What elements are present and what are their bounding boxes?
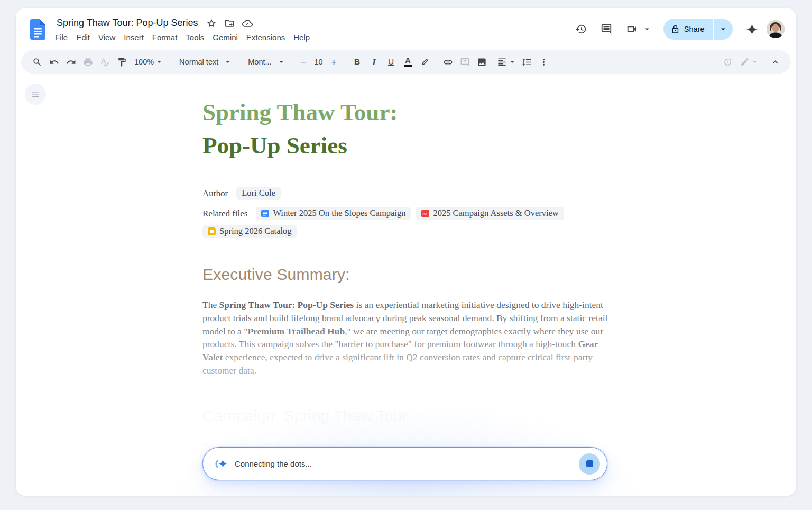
header: Spring Thaw Tour: Pop-Up Series File Edi… [16,8,796,50]
chevron-up-icon [770,57,780,67]
related-file-chip-slides[interactable]: Spring 2026 Catalog [202,225,297,238]
undo-button[interactable] [45,53,62,70]
menu-extensions[interactable]: Extensions [242,31,289,43]
document-outline-button[interactable] [25,84,46,105]
menu-view[interactable]: View [94,31,119,43]
image-icon [477,57,487,67]
plus-icon: + [331,57,337,67]
paragraph-style-value: Normal text [179,58,218,66]
text-color-button[interactable]: A [400,53,417,70]
video-call-caret-icon [642,24,652,34]
font-family-select[interactable]: Mont... [244,53,289,70]
page-content: Spring Thaw Tour: Pop-Up Series Author L… [202,74,612,452]
menu-insert[interactable]: Insert [119,31,148,43]
add-comment-icon [460,57,470,67]
search-menus-button[interactable] [29,53,45,70]
italic-icon: I [372,58,376,67]
underline-icon: U [388,58,394,66]
menu-file[interactable]: File [51,31,72,43]
bold-button[interactable]: B [349,53,366,70]
executive-summary-heading: Executive Summary: [202,266,612,284]
version-history-icon[interactable] [570,19,592,40]
related-file-chip-pdf[interactable]: PDF 2025 Campaign Assets & Overview [416,207,564,220]
editing-mode-select[interactable] [738,53,761,70]
google-docs-logo[interactable] [30,19,45,40]
zoom-select[interactable]: 100% [130,53,168,70]
add-comment-button[interactable] [457,53,474,70]
print-button[interactable] [79,53,96,70]
redo-icon [66,57,76,67]
spell-check-button[interactable] [96,53,113,70]
star-icon[interactable] [205,17,218,30]
redo-button[interactable] [62,53,79,70]
menu-tools[interactable]: Tools [181,31,208,43]
share-button-group: Share [663,19,733,40]
refresh-sparkle-icon [723,57,733,67]
related-files-row: Related files Winter 2025 On the Slopes … [202,207,594,238]
align-left-icon [497,57,507,67]
author-label: Author [202,188,228,199]
share-button[interactable]: Share [663,19,713,40]
campaign-heading-faded: Campaign: Spring Thaw Tour [202,407,612,425]
minus-icon: − [300,57,306,67]
italic-button[interactable]: I [366,53,383,70]
menu-help[interactable]: Help [289,31,314,43]
print-icon [83,57,93,67]
chevron-down-icon [155,58,163,66]
svg-text:PDF: PDF [423,212,428,215]
pencil-icon [740,57,750,67]
related-file-label: 2025 Campaign Assets & Overview [433,208,558,218]
more-toolbar-options-button[interactable] [536,53,552,70]
font-size-value[interactable]: 10 [312,58,326,66]
more-vert-icon [539,57,549,67]
bold-icon: B [354,58,360,66]
insert-image-button[interactable] [474,53,491,70]
related-file-label: Winter 2025 On the Slopes Campaign [273,208,405,218]
chevron-down-icon [508,58,516,66]
lock-icon [671,25,680,34]
doc-heading-title: Spring Thaw Tour: Pop-Up Series [202,96,612,162]
related-file-chip-docs[interactable]: Winter 2025 On the Slopes Campaign [256,207,411,220]
increase-font-size-button[interactable]: + [326,53,343,70]
related-files-label: Related files [202,208,247,219]
menu-format[interactable]: Format [148,31,182,43]
line-spacing-button[interactable] [519,53,536,70]
underline-button[interactable]: U [383,53,400,70]
decrease-font-size-button[interactable]: − [295,53,312,70]
move-folder-icon[interactable] [223,17,236,30]
chevron-down-icon [277,58,285,66]
chevron-down-icon [224,58,232,66]
account-avatar[interactable] [767,20,785,38]
paragraph-style-select[interactable]: Normal text [175,53,236,70]
stop-generating-button[interactable] [579,453,600,475]
comments-icon[interactable] [596,19,617,40]
paint-roller-icon [117,57,127,67]
gemini-sparkle-icon[interactable] [741,19,762,40]
insert-link-button[interactable] [440,53,457,70]
outline-list-icon [31,89,40,99]
spellcheck-icon [100,57,110,67]
menu-gemini[interactable]: Gemini [208,31,242,43]
google-docs-window: Spring Thaw Tour: Pop-Up Series File Edi… [16,8,796,496]
pdf-icon: PDF [421,210,429,217]
document-title[interactable]: Spring Thaw Tour: Pop-Up Series [54,16,200,30]
slides-icon [208,227,216,235]
executive-summary-paragraph: The Spring Thaw Tour: Pop-Up Series is a… [202,298,612,377]
gemini-spinner-icon [214,456,229,472]
author-chip[interactable]: Lori Cole [236,187,281,200]
hide-menus-button[interactable] [767,53,783,70]
video-call-icon[interactable] [621,19,642,40]
align-select[interactable] [495,53,519,70]
search-icon [32,57,42,67]
menu-edit[interactable]: Edit [72,31,94,43]
refine-sparkle-button[interactable] [719,53,736,70]
author-row: Author Lori Cole [202,187,612,200]
paint-format-button[interactable] [113,53,130,70]
cloud-saved-icon[interactable] [241,17,254,30]
chevron-down-icon [751,58,759,66]
related-file-label: Spring 2026 Catalog [219,226,292,236]
join-call-control[interactable] [621,19,652,40]
share-dropdown-button[interactable] [714,19,733,40]
link-icon [443,57,453,67]
highlight-color-button[interactable] [417,53,433,70]
